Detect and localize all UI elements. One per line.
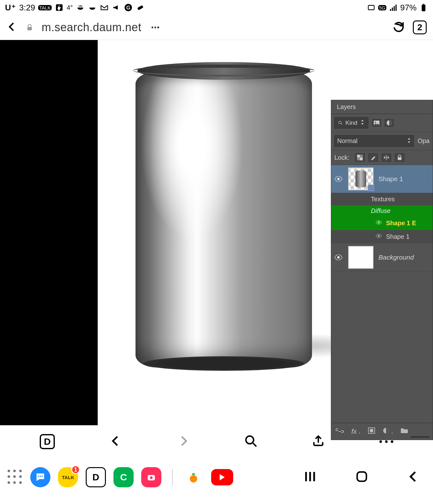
home-button[interactable] (355, 470, 369, 485)
svg-rect-8 (395, 5, 397, 11)
refresh-button[interactable] (392, 20, 405, 35)
resize-grip-icon[interactable] (411, 436, 430, 438)
talk-label: TALK (62, 475, 74, 480)
app-drawer-button[interactable] (8, 470, 23, 485)
diffuse-child-name: Shape 1 E (386, 220, 416, 227)
d-label: D (44, 436, 51, 447)
svg-rect-3 (137, 5, 143, 10)
svg-point-12 (339, 121, 341, 124)
more-menu-button[interactable] (379, 440, 393, 443)
visibility-toggle[interactable] (334, 176, 343, 182)
network-badge: 5G (378, 5, 386, 10)
play-icon (220, 474, 225, 480)
lock-all-button[interactable] (395, 153, 404, 162)
layer-thumbnail[interactable] (348, 246, 373, 269)
tab-layers[interactable]: Layers (331, 100, 361, 114)
shape1-sub-row[interactable]: Shape 1 (331, 230, 433, 243)
nav-forward-button[interactable] (177, 434, 190, 449)
svg-point-27 (246, 436, 254, 444)
can-3d-object (136, 62, 312, 371)
shape1-sub-name: Shape 1 (386, 233, 410, 240)
browser-back-button[interactable] (6, 21, 18, 34)
daum-home-button[interactable]: D (40, 434, 55, 449)
youtube-app-icon[interactable] (211, 469, 233, 485)
fx-dropdown-icon[interactable]: . (359, 428, 361, 435)
visibility-toggle-icon[interactable] (375, 232, 382, 241)
megaphone-icon (112, 3, 121, 12)
clock: 3:29 (19, 3, 35, 13)
layer-name: Background (378, 254, 414, 261)
filter-pixel-icon[interactable] (372, 119, 381, 127)
layer-name: Shape 1 (378, 175, 403, 183)
svg-rect-35 (357, 472, 366, 481)
lock-label: Lock: (334, 154, 349, 161)
svg-point-14 (375, 122, 376, 123)
carrier-label: U⁺ (5, 3, 16, 13)
fx-button[interactable]: fx (351, 427, 357, 436)
link-layers-icon[interactable] (336, 428, 344, 435)
svg-rect-9 (422, 5, 425, 11)
naver-app-icon[interactable]: C (113, 467, 134, 487)
notification-badge: 1 (71, 465, 80, 474)
svg-point-20 (337, 178, 340, 180)
mask-icon[interactable] (368, 427, 375, 435)
recents-button[interactable] (303, 470, 317, 485)
svg-point-25 (370, 429, 373, 432)
opacity-label: Opa (418, 137, 430, 145)
blend-mode-select[interactable]: Normal (334, 135, 414, 147)
signal-icon (389, 3, 398, 12)
adjustment-layer-icon[interactable] (383, 427, 390, 436)
url-text[interactable]: m.search.daum.net (42, 21, 141, 34)
weather-temp: 4° (67, 4, 73, 11)
layer-filter-row: Kind (331, 114, 433, 132)
tangerine-app-icon[interactable] (183, 467, 204, 487)
layer-row-shape1[interactable]: Shape 1 (331, 165, 433, 193)
svg-rect-18 (360, 158, 363, 160)
layer-thumbnail[interactable] (348, 168, 373, 190)
svg-point-30 (42, 476, 43, 477)
battery-icon (419, 3, 428, 12)
svg-point-28 (38, 476, 39, 477)
status-right: 5G 97% (367, 3, 428, 13)
camera-app-icon[interactable] (141, 467, 161, 487)
share-button[interactable] (312, 434, 325, 449)
pill-icon (136, 3, 145, 12)
blend-mode-row: Normal Opa (331, 132, 433, 150)
lock-transparency-button[interactable] (355, 153, 365, 162)
svg-rect-11 (27, 27, 32, 31)
svg-rect-5 (390, 9, 391, 11)
nav-back-button[interactable] (109, 434, 122, 449)
visibility-toggle[interactable] (334, 255, 343, 260)
layer-row-background[interactable]: Background (331, 243, 433, 272)
daum-app-icon[interactable]: D (86, 467, 106, 487)
lock-paint-button[interactable] (368, 153, 378, 162)
filter-adjust-icon[interactable] (385, 119, 394, 127)
back-button[interactable] (407, 470, 420, 485)
gmail-icon (100, 3, 109, 12)
tabs-button[interactable]: 2 (413, 20, 427, 34)
status-bar: U⁺ 3:29 TALK 4° G 5G 97% (0, 0, 433, 15)
svg-point-22 (378, 235, 380, 237)
layer-filter-kind[interactable]: Kind (334, 117, 368, 129)
visibility-toggle-icon[interactable] (375, 219, 382, 227)
folder-icon[interactable] (401, 427, 408, 435)
dropdown-caret-icon[interactable]: . (391, 428, 393, 435)
page-content: Layers Kind Normal Opa Lock: (0, 40, 433, 425)
system-nav (303, 470, 420, 485)
status-left: U⁺ 3:29 TALK 4° G (5, 3, 145, 13)
messages-app-icon[interactable] (30, 467, 50, 487)
svg-point-23 (337, 256, 340, 259)
diffuse-header[interactable]: Diffuse (331, 205, 433, 216)
lock-position-button[interactable] (382, 153, 391, 162)
dock-separator (172, 469, 173, 485)
svg-rect-6 (392, 8, 393, 11)
app-notification-icon (55, 3, 64, 12)
svg-rect-19 (398, 157, 401, 160)
textures-header[interactable]: Textures (331, 193, 433, 205)
diffuse-child-row[interactable]: Shape 1 E (331, 216, 433, 230)
kakaotalk-app-icon[interactable]: TALK 1 (58, 467, 78, 487)
search-button[interactable] (244, 434, 257, 449)
svg-text:G: G (126, 5, 130, 10)
tabs-count: 2 (417, 22, 422, 32)
layers-panel: Layers Kind Normal Opa Lock: (331, 100, 433, 440)
